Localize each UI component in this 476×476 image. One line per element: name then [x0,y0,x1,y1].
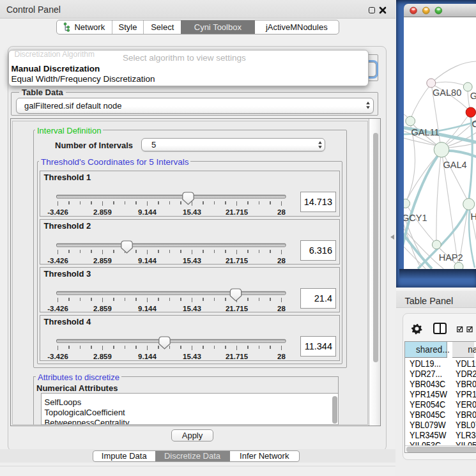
svg-text:C: C [472,119,476,129]
svg-text:15.43: 15.43 [183,208,201,216]
svg-text:-3.426: -3.426 [47,353,68,360]
svg-text:9.144: 9.144 [138,208,157,216]
svg-text:2.859: 2.859 [93,256,112,264]
svg-text:-3.426: -3.426 [47,304,68,312]
svg-text:9.144: 9.144 [138,256,157,264]
svg-text:HAP2: HAP2 [438,252,463,263]
svg-text:28: 28 [277,208,286,216]
svg-text:GAL4: GAL4 [443,160,466,170]
svg-text:GAL11: GAL11 [411,127,439,137]
svg-text:-3.426: -3.426 [47,256,68,264]
svg-text:GCY1: GCY1 [404,213,427,223]
svg-text:H: H [470,211,476,222]
svg-text:21.715: 21.715 [226,208,249,216]
svg-text:9.144: 9.144 [138,353,157,360]
svg-text:28: 28 [277,256,286,264]
svg-text:15.43: 15.43 [183,256,201,264]
svg-text:9.144: 9.144 [138,304,157,312]
svg-text:-3.426: -3.426 [47,208,68,216]
svg-text:G.: G. [470,91,476,101]
svg-text:21.715: 21.715 [226,256,249,264]
svg-text:2.859: 2.859 [93,304,112,312]
svg-text:21.715: 21.715 [226,353,249,360]
svg-text:15.43: 15.43 [183,304,201,312]
svg-text:28: 28 [277,304,286,312]
svg-text:2.859: 2.859 [93,353,112,360]
svg-text:15.43: 15.43 [183,353,201,360]
svg-text:2.859: 2.859 [93,208,112,216]
svg-text:21.715: 21.715 [226,304,249,312]
svg-text:28: 28 [277,353,286,360]
svg-text:GAL80: GAL80 [433,88,461,98]
